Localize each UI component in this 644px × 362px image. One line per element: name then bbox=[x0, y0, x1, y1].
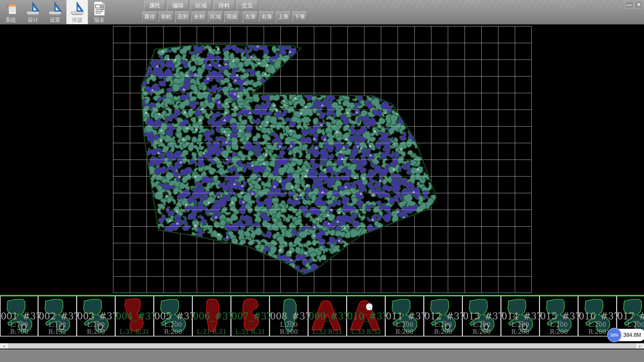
app-tile-label: 排版 bbox=[72, 17, 83, 23]
system-gear-icon bbox=[3, 1, 19, 17]
piece-shape bbox=[77, 296, 116, 336]
app-tile-label: 系统 bbox=[5, 17, 16, 23]
piece-thumbnail-001_#37[interactable]: 001_#37L:700 R:700 bbox=[0, 296, 39, 336]
tool-button-区域[interactable]: 区域 bbox=[208, 11, 223, 22]
ruler-icon bbox=[47, 1, 63, 17]
scroll-right-arrow-icon[interactable]: › bbox=[635, 343, 644, 349]
top-toolbar: 系统 设计 设置 排版 报表 属性编辑区域排料交互 聚排相机选割全割区域瑕疵左靠… bbox=[0, 0, 644, 25]
app-tile-排版[interactable]: 排版 bbox=[66, 0, 88, 24]
app-mode-toolbar: 系统 设计 设置 排版 报表 bbox=[0, 0, 111, 24]
status-footer bbox=[0, 349, 644, 362]
menu-tab-编辑[interactable]: 编辑 bbox=[167, 1, 189, 10]
strip-cells: 001_#37L:700 R:700 002_#37L:132 R:132 00… bbox=[0, 296, 644, 336]
memory-value: 384.8M bbox=[623, 332, 641, 338]
tool-button-右靠[interactable]: 右靠 bbox=[259, 11, 274, 22]
menu-tab-区域[interactable]: 区域 bbox=[191, 1, 212, 10]
piece-thumbnail-007_#37[interactable]: 007_#37L:31 R:31 bbox=[231, 296, 270, 336]
ruler-icon bbox=[69, 1, 85, 17]
tool-button-聚排[interactable]: 聚排 bbox=[142, 11, 157, 22]
tool-button-瑕疵[interactable]: 瑕疵 bbox=[224, 11, 239, 22]
piece-shape bbox=[1, 296, 39, 336]
piece-shape bbox=[309, 296, 347, 336]
menu-tab-row: 属性编辑区域排料交互 bbox=[144, 1, 260, 10]
tool-button-全割[interactable]: 全割 bbox=[192, 11, 207, 22]
memory-status-badge: 38% 384.8M bbox=[608, 329, 644, 341]
tool-button-相机[interactable]: 相机 bbox=[159, 11, 174, 22]
piece-thumbnail-013_#37[interactable]: 013_#37L:200 R:200 bbox=[463, 296, 501, 336]
menu-tab-属性[interactable]: 属性 bbox=[144, 1, 165, 10]
app-tile-系统[interactable]: 系统 bbox=[0, 0, 21, 24]
minimize-button[interactable]: — bbox=[625, 1, 634, 8]
ruler-icon bbox=[25, 1, 41, 17]
piece-film-strip: 001_#37L:700 R:700 002_#37L:132 R:132 00… bbox=[0, 295, 644, 337]
tool-button-下靠[interactable]: 下靠 bbox=[292, 11, 307, 22]
piece-thumbnail-011_#37[interactable]: 011_#37L:200 R:200 bbox=[386, 296, 424, 336]
window-controls: — ✕ bbox=[624, 1, 643, 8]
piece-thumbnail-010_#37[interactable]: 010_#37L:33 R:33 bbox=[347, 296, 386, 336]
piece-shape bbox=[193, 296, 231, 336]
piece-shape bbox=[231, 296, 270, 336]
piece-thumbnail-009_#37[interactable]: 009_#37L:32 R:31 bbox=[309, 296, 347, 336]
piece-thumbnail-002_#37[interactable]: 002_#37L:132 R:132 bbox=[39, 296, 77, 336]
tool-button-上靠[interactable]: 上靠 bbox=[276, 11, 291, 22]
app-tile-报表[interactable]: 报表 bbox=[89, 0, 110, 24]
piece-thumbnail-004_#37[interactable]: 004_#37L:31 R:31 bbox=[116, 296, 154, 336]
leather-hide-nest[interactable] bbox=[0, 25, 644, 295]
tool-button-左靠[interactable]: 左靠 bbox=[243, 11, 258, 22]
piece-shape bbox=[501, 296, 540, 336]
piece-thumbnail-005_#37[interactable]: 005_#37L:200 R:200 bbox=[154, 296, 193, 336]
piece-shape bbox=[540, 296, 579, 336]
piece-thumbnail-014_#37[interactable]: 014_#37L:200 R:200 bbox=[501, 296, 540, 336]
app-tile-设计[interactable]: 设计 bbox=[22, 0, 44, 24]
menu-tab-交互[interactable]: 交互 bbox=[237, 1, 258, 10]
scroll-left-arrow-icon[interactable]: ‹ bbox=[0, 343, 9, 349]
titlebar-hatch bbox=[270, 0, 623, 11]
progress-percent-badge: 38% bbox=[607, 328, 622, 342]
piece-shape bbox=[39, 296, 77, 336]
app-tile-label: 设置 bbox=[50, 17, 60, 23]
piece-thumbnail-012_#37[interactable]: 012_#37L:200 R:200 bbox=[424, 296, 463, 336]
piece-shape bbox=[270, 296, 309, 336]
tool-button-row: 聚排相机选割全割区域瑕疵左靠右靠上靠下靠 bbox=[142, 11, 309, 22]
piece-thumbnail-003_#37[interactable]: 003_#37L:200 R:200 bbox=[77, 296, 116, 336]
piece-thumbnail-006_#37[interactable]: 006_#37L:21 R:21 bbox=[193, 296, 231, 336]
piece-thumbnail-008_#37[interactable]: 008_#37L:200 R:200 bbox=[270, 296, 309, 336]
menu-tab-排料[interactable]: 排料 bbox=[214, 1, 235, 10]
close-button[interactable]: ✕ bbox=[635, 1, 643, 8]
piece-thumbnail-015_#37[interactable]: 015_#37L:200 R:200 bbox=[540, 296, 579, 336]
piece-shape bbox=[154, 296, 193, 336]
piece-shape bbox=[116, 296, 154, 336]
app-tile-label: 报表 bbox=[94, 17, 105, 23]
piece-shape bbox=[386, 296, 424, 336]
app-tile-设置[interactable]: 设置 bbox=[44, 0, 66, 24]
nesting-canvas-area[interactable] bbox=[0, 25, 644, 295]
horizontal-scrollbar[interactable]: ‹ › bbox=[0, 343, 644, 349]
piece-shape bbox=[347, 296, 386, 336]
report-icon bbox=[91, 1, 107, 17]
piece-shape bbox=[463, 296, 501, 336]
piece-shape bbox=[424, 296, 463, 336]
app-tile-label: 设计 bbox=[28, 17, 38, 23]
tool-button-选割[interactable]: 选割 bbox=[175, 11, 190, 22]
